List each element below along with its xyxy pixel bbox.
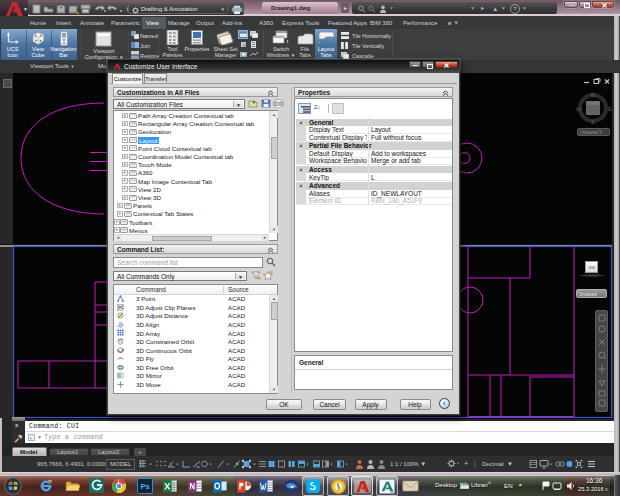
svg-text:N: N	[591, 92, 595, 98]
svg-text:W: W	[576, 106, 582, 112]
svg-text:E: E	[608, 106, 612, 112]
svg-text:S: S	[591, 119, 595, 125]
